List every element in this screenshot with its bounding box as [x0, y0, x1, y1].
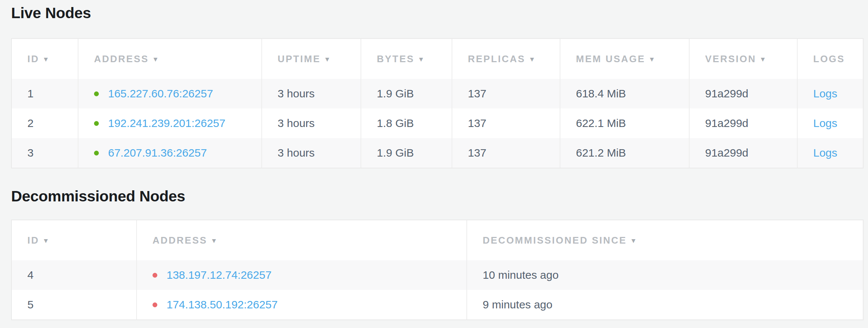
live-col-header-replicas[interactable]: REPLICAS▾: [452, 39, 560, 79]
live-col-header-logs: LOGS: [797, 39, 863, 79]
nodes-overview-page: Live Nodes ID▾ ADDRESS▾ UPTIME▾: [0, 0, 868, 320]
column-label: UPTIME: [278, 53, 321, 64]
node-address-link[interactable]: 192.241.239.201:26257: [108, 117, 225, 129]
cell-node-replicas: 137: [452, 79, 560, 108]
decommissioned-nodes-heading: Decommissioned Nodes: [11, 187, 864, 205]
decommissioned-table-body: 4 138.197.12.74:26257 10 minutes ago 5 1…: [12, 260, 863, 319]
decommissioned-col-header-address[interactable]: ADDRESS▾: [136, 220, 466, 260]
node-logs-link[interactable]: Logs: [813, 87, 837, 100]
node-logs-link[interactable]: Logs: [813, 147, 837, 159]
sort-arrow-icon: ▾: [44, 237, 49, 244]
node-decommissioned-dot-icon: [153, 302, 157, 307]
decommissioned-header-row: ID▾ ADDRESS▾ DECOMMISSIONED SINCE▾: [12, 220, 863, 260]
sort-arrow-icon: ▾: [154, 55, 158, 63]
cell-node-mem-usage: 621.2 MiB: [560, 138, 689, 168]
cell-node-id: 3: [12, 138, 78, 168]
cell-node-id: 4: [12, 260, 136, 290]
cell-node-replicas: 137: [452, 108, 560, 138]
cell-node-id: 2: [12, 108, 78, 138]
column-label: BYTES: [377, 53, 415, 64]
decommissioned-nodes-table: ID▾ ADDRESS▾ DECOMMISSIONED SINCE▾ 4 138…: [11, 220, 864, 320]
cell-node-uptime: 3 hours: [261, 108, 361, 138]
sort-arrow-icon: ▾: [212, 237, 217, 244]
cell-decommissioned-since: 10 minutes ago: [466, 260, 863, 290]
decommissioned-nodes-section: Decommissioned Nodes ID▾ ADDRESS▾ DECOMM…: [11, 187, 864, 320]
decommissioned-table-head: ID▾ ADDRESS▾ DECOMMISSIONED SINCE▾: [12, 220, 863, 260]
decommissioned-col-header-id[interactable]: ID▾: [12, 220, 136, 260]
node-address-link[interactable]: 138.197.12.74:26257: [167, 269, 272, 281]
cell-node-address: 138.197.12.74:26257: [136, 260, 466, 290]
cell-node-bytes: 1.9 GiB: [361, 79, 452, 108]
column-label: LOGS: [813, 53, 845, 64]
node-address-link[interactable]: 174.138.50.192:26257: [167, 298, 278, 311]
cell-node-id: 5: [12, 290, 136, 319]
node-live-dot-icon: [94, 121, 99, 126]
cell-node-mem-usage: 622.1 MiB: [560, 108, 689, 138]
column-label: ID: [27, 53, 39, 64]
cell-node-version: 91a299d: [689, 108, 797, 138]
live-col-header-version[interactable]: VERSION▾: [689, 39, 797, 79]
cell-node-uptime: 3 hours: [261, 138, 361, 168]
sort-arrow-icon: ▾: [44, 55, 49, 63]
node-live-dot-icon: [94, 91, 99, 96]
column-label: VERSION: [705, 53, 756, 64]
node-address-link[interactable]: 67.207.91.36:26257: [108, 147, 207, 159]
cell-node-logs: Logs: [797, 108, 863, 138]
live-nodes-table: ID▾ ADDRESS▾ UPTIME▾ BYTES▾ REPLICAS▾: [11, 38, 864, 168]
sort-arrow-icon: ▾: [530, 55, 535, 63]
cell-node-version: 91a299d: [689, 79, 797, 108]
live-node-row: 2 192.241.239.201:26257 3 hours 1.8 GiB …: [12, 108, 863, 138]
live-col-header-mem-usage[interactable]: MEM USAGE▾: [560, 39, 689, 79]
cell-node-mem-usage: 618.4 MiB: [560, 79, 689, 108]
sort-arrow-icon: ▾: [631, 237, 636, 244]
sort-arrow-icon: ▾: [325, 55, 330, 63]
live-nodes-section: Live Nodes ID▾ ADDRESS▾ UPTIME▾: [11, 4, 864, 168]
cell-node-address: 67.207.91.36:26257: [78, 138, 261, 168]
node-address-link[interactable]: 165.227.60.76:26257: [108, 87, 213, 100]
node-decommissioned-dot-icon: [153, 273, 157, 278]
cell-node-address: 165.227.60.76:26257: [78, 79, 261, 108]
column-label: DECOMMISSIONED SINCE: [483, 235, 627, 246]
cell-node-bytes: 1.8 GiB: [361, 108, 452, 138]
cell-node-address: 192.241.239.201:26257: [78, 108, 261, 138]
cell-decommissioned-since: 9 minutes ago: [466, 290, 863, 319]
live-col-header-bytes[interactable]: BYTES▾: [361, 39, 452, 79]
cell-node-bytes: 1.9 GiB: [361, 138, 452, 168]
sort-arrow-icon: ▾: [761, 55, 766, 63]
column-label: ADDRESS: [153, 235, 207, 246]
node-logs-link[interactable]: Logs: [813, 117, 837, 129]
live-col-header-address[interactable]: ADDRESS▾: [78, 39, 261, 79]
cell-node-id: 1: [12, 79, 78, 108]
cell-node-version: 91a299d: [689, 138, 797, 168]
live-nodes-header-row: ID▾ ADDRESS▾ UPTIME▾ BYTES▾ REPLICAS▾: [12, 39, 863, 79]
live-nodes-table-head: ID▾ ADDRESS▾ UPTIME▾ BYTES▾ REPLICAS▾: [12, 39, 863, 79]
cell-node-replicas: 137: [452, 138, 560, 168]
cell-node-uptime: 3 hours: [261, 79, 361, 108]
live-col-header-uptime[interactable]: UPTIME▾: [261, 39, 361, 79]
sort-arrow-icon: ▾: [419, 55, 424, 63]
column-label: ID: [27, 235, 39, 246]
live-col-header-id[interactable]: ID▾: [12, 39, 78, 79]
live-node-row: 3 67.207.91.36:26257 3 hours 1.9 GiB 137…: [12, 138, 863, 168]
live-node-row: 1 165.227.60.76:26257 3 hours 1.9 GiB 13…: [12, 79, 863, 108]
cell-node-address: 174.138.50.192:26257: [136, 290, 466, 319]
column-label: MEM USAGE: [576, 53, 645, 64]
sort-arrow-icon: ▾: [650, 55, 655, 63]
decommissioned-node-row: 5 174.138.50.192:26257 9 minutes ago: [12, 290, 863, 319]
cell-node-logs: Logs: [797, 138, 863, 168]
column-label: REPLICAS: [468, 53, 525, 64]
column-label: ADDRESS: [94, 53, 149, 64]
decommissioned-node-row: 4 138.197.12.74:26257 10 minutes ago: [12, 260, 863, 290]
cell-node-logs: Logs: [797, 79, 863, 108]
node-live-dot-icon: [94, 151, 99, 155]
live-nodes-table-body: 1 165.227.60.76:26257 3 hours 1.9 GiB 13…: [12, 79, 863, 168]
live-nodes-heading: Live Nodes: [11, 4, 864, 22]
decommissioned-col-header-since[interactable]: DECOMMISSIONED SINCE▾: [466, 220, 863, 260]
